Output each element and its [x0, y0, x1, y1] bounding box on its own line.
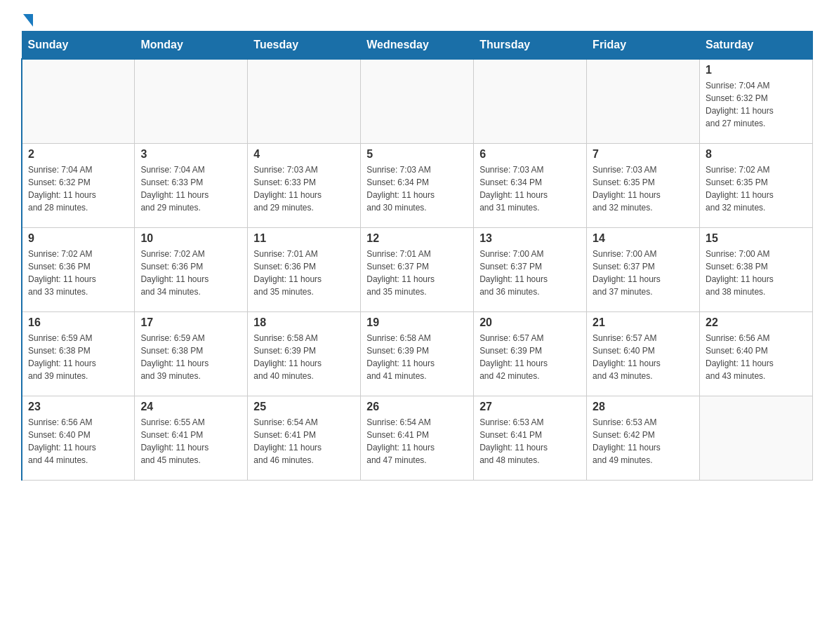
- day-info: Sunrise: 7:02 AM Sunset: 6:36 PM Dayligh…: [28, 248, 128, 298]
- calendar-cell: 20Sunrise: 6:57 AM Sunset: 6:39 PM Dayli…: [474, 311, 587, 396]
- day-header-sunday: Sunday: [22, 32, 135, 60]
- day-info: Sunrise: 7:04 AM Sunset: 6:33 PM Dayligh…: [140, 163, 241, 214]
- day-info: Sunrise: 6:58 AM Sunset: 6:39 PM Dayligh…: [253, 332, 355, 382]
- calendar-cell: 7Sunrise: 7:03 AM Sunset: 6:35 PM Daylig…: [587, 143, 700, 227]
- calendar-cell: 21Sunrise: 6:57 AM Sunset: 6:40 PM Dayli…: [587, 311, 700, 396]
- day-number: 13: [479, 232, 581, 245]
- calendar-cell: 24Sunrise: 6:55 AM Sunset: 6:41 PM Dayli…: [135, 396, 248, 480]
- day-info: Sunrise: 7:00 AM Sunset: 6:37 PM Dayligh…: [593, 248, 694, 298]
- day-info: Sunrise: 7:01 AM Sunset: 6:36 PM Dayligh…: [253, 248, 355, 298]
- week-row-3: 9Sunrise: 7:02 AM Sunset: 6:36 PM Daylig…: [22, 227, 813, 311]
- day-number: 5: [366, 148, 468, 161]
- calendar-cell: [22, 59, 135, 143]
- day-info: Sunrise: 6:57 AM Sunset: 6:40 PM Dayligh…: [593, 332, 694, 382]
- day-number: 27: [479, 401, 581, 413]
- calendar-cell: [135, 59, 248, 143]
- day-info: Sunrise: 6:54 AM Sunset: 6:41 PM Dayligh…: [366, 416, 468, 467]
- day-info: Sunrise: 7:03 AM Sunset: 6:34 PM Dayligh…: [366, 163, 468, 214]
- day-info: Sunrise: 7:00 AM Sunset: 6:38 PM Dayligh…: [706, 248, 807, 298]
- day-number: 16: [28, 316, 128, 329]
- calendar-cell: 8Sunrise: 7:02 AM Sunset: 6:35 PM Daylig…: [700, 143, 813, 227]
- calendar-cell: 4Sunrise: 7:03 AM Sunset: 6:33 PM Daylig…: [248, 143, 361, 227]
- day-number: 10: [140, 232, 241, 245]
- day-info: Sunrise: 6:53 AM Sunset: 6:42 PM Dayligh…: [593, 416, 694, 467]
- calendar-cell: 12Sunrise: 7:01 AM Sunset: 6:37 PM Dayli…: [361, 227, 474, 311]
- day-info: Sunrise: 6:59 AM Sunset: 6:38 PM Dayligh…: [140, 332, 241, 382]
- calendar-cell: 9Sunrise: 7:02 AM Sunset: 6:36 PM Daylig…: [22, 227, 135, 311]
- day-info: Sunrise: 6:54 AM Sunset: 6:41 PM Dayligh…: [253, 416, 355, 467]
- calendar-cell: 2Sunrise: 7:04 AM Sunset: 6:32 PM Daylig…: [22, 143, 135, 227]
- day-info: Sunrise: 7:00 AM Sunset: 6:37 PM Dayligh…: [479, 248, 581, 298]
- day-number: 9: [28, 232, 128, 245]
- calendar-cell: 10Sunrise: 7:02 AM Sunset: 6:36 PM Dayli…: [135, 227, 248, 311]
- day-number: 12: [366, 232, 468, 245]
- calendar-cell: 1Sunrise: 7:04 AM Sunset: 6:32 PM Daylig…: [700, 59, 813, 143]
- calendar-cell: 28Sunrise: 6:53 AM Sunset: 6:42 PM Dayli…: [587, 396, 700, 480]
- day-number: 8: [706, 148, 807, 161]
- day-info: Sunrise: 7:01 AM Sunset: 6:37 PM Dayligh…: [366, 248, 468, 298]
- day-number: 18: [253, 316, 355, 329]
- day-number: 25: [253, 401, 355, 413]
- day-info: Sunrise: 7:04 AM Sunset: 6:32 PM Dayligh…: [28, 163, 128, 214]
- calendar-cell: 27Sunrise: 6:53 AM Sunset: 6:41 PM Dayli…: [474, 396, 587, 480]
- day-number: 28: [593, 401, 694, 413]
- calendar-cell: 26Sunrise: 6:54 AM Sunset: 6:41 PM Dayli…: [361, 396, 474, 480]
- day-number: 15: [706, 232, 807, 245]
- day-number: 19: [366, 316, 468, 329]
- day-header-friday: Friday: [587, 32, 700, 60]
- day-number: 2: [28, 148, 128, 161]
- calendar-cell: 25Sunrise: 6:54 AM Sunset: 6:41 PM Dayli…: [248, 396, 361, 480]
- days-header-row: SundayMondayTuesdayWednesdayThursdayFrid…: [22, 32, 813, 60]
- day-info: Sunrise: 6:59 AM Sunset: 6:38 PM Dayligh…: [28, 332, 128, 382]
- calendar-cell: 11Sunrise: 7:01 AM Sunset: 6:36 PM Dayli…: [248, 227, 361, 311]
- day-number: 24: [140, 401, 241, 413]
- calendar-cell: [700, 396, 813, 480]
- week-row-4: 16Sunrise: 6:59 AM Sunset: 6:38 PM Dayli…: [22, 311, 813, 396]
- day-info: Sunrise: 7:03 AM Sunset: 6:33 PM Dayligh…: [253, 163, 355, 214]
- day-number: 1: [706, 64, 807, 76]
- calendar-cell: 19Sunrise: 6:58 AM Sunset: 6:39 PM Dayli…: [361, 311, 474, 396]
- day-number: 6: [479, 148, 581, 161]
- day-number: 7: [593, 148, 694, 161]
- day-info: Sunrise: 6:58 AM Sunset: 6:39 PM Dayligh…: [366, 332, 468, 382]
- week-row-5: 23Sunrise: 6:56 AM Sunset: 6:40 PM Dayli…: [22, 396, 813, 480]
- calendar-cell: 22Sunrise: 6:56 AM Sunset: 6:40 PM Dayli…: [700, 311, 813, 396]
- day-header-tuesday: Tuesday: [248, 32, 361, 60]
- day-header-wednesday: Wednesday: [361, 32, 474, 60]
- day-header-thursday: Thursday: [474, 32, 587, 60]
- week-row-1: 1Sunrise: 7:04 AM Sunset: 6:32 PM Daylig…: [22, 59, 813, 143]
- logo-general: [21, 14, 33, 24]
- day-number: 4: [253, 148, 355, 161]
- day-number: 21: [593, 316, 694, 329]
- day-info: Sunrise: 6:55 AM Sunset: 6:41 PM Dayligh…: [140, 416, 241, 467]
- day-number: 17: [140, 316, 241, 329]
- day-info: Sunrise: 7:04 AM Sunset: 6:32 PM Dayligh…: [706, 79, 807, 130]
- day-info: Sunrise: 6:57 AM Sunset: 6:39 PM Dayligh…: [479, 332, 581, 382]
- day-info: Sunrise: 7:03 AM Sunset: 6:34 PM Dayligh…: [479, 163, 581, 214]
- calendar-cell: 6Sunrise: 7:03 AM Sunset: 6:34 PM Daylig…: [474, 143, 587, 227]
- day-header-monday: Monday: [135, 32, 248, 60]
- day-number: 23: [28, 401, 128, 413]
- calendar-cell: [248, 59, 361, 143]
- logo: [21, 14, 33, 24]
- day-number: 11: [253, 232, 355, 245]
- calendar-cell: 23Sunrise: 6:56 AM Sunset: 6:40 PM Dayli…: [22, 396, 135, 480]
- day-info: Sunrise: 6:53 AM Sunset: 6:41 PM Dayligh…: [479, 416, 581, 467]
- day-header-saturday: Saturday: [700, 32, 813, 60]
- day-number: 3: [140, 148, 241, 161]
- calendar-cell: 18Sunrise: 6:58 AM Sunset: 6:39 PM Dayli…: [248, 311, 361, 396]
- calendar-cell: 16Sunrise: 6:59 AM Sunset: 6:38 PM Dayli…: [22, 311, 135, 396]
- header: [21, 14, 813, 24]
- logo-triangle-icon: [23, 14, 33, 27]
- day-number: 20: [479, 316, 581, 329]
- calendar-cell: 5Sunrise: 7:03 AM Sunset: 6:34 PM Daylig…: [361, 143, 474, 227]
- week-row-2: 2Sunrise: 7:04 AM Sunset: 6:32 PM Daylig…: [22, 143, 813, 227]
- calendar-cell: 3Sunrise: 7:04 AM Sunset: 6:33 PM Daylig…: [135, 143, 248, 227]
- day-number: 22: [706, 316, 807, 329]
- day-info: Sunrise: 7:03 AM Sunset: 6:35 PM Dayligh…: [593, 163, 694, 214]
- calendar-cell: [587, 59, 700, 143]
- day-info: Sunrise: 7:02 AM Sunset: 6:36 PM Dayligh…: [140, 248, 241, 298]
- calendar-cell: 14Sunrise: 7:00 AM Sunset: 6:37 PM Dayli…: [587, 227, 700, 311]
- calendar-cell: 15Sunrise: 7:00 AM Sunset: 6:38 PM Dayli…: [700, 227, 813, 311]
- calendar-cell: 13Sunrise: 7:00 AM Sunset: 6:37 PM Dayli…: [474, 227, 587, 311]
